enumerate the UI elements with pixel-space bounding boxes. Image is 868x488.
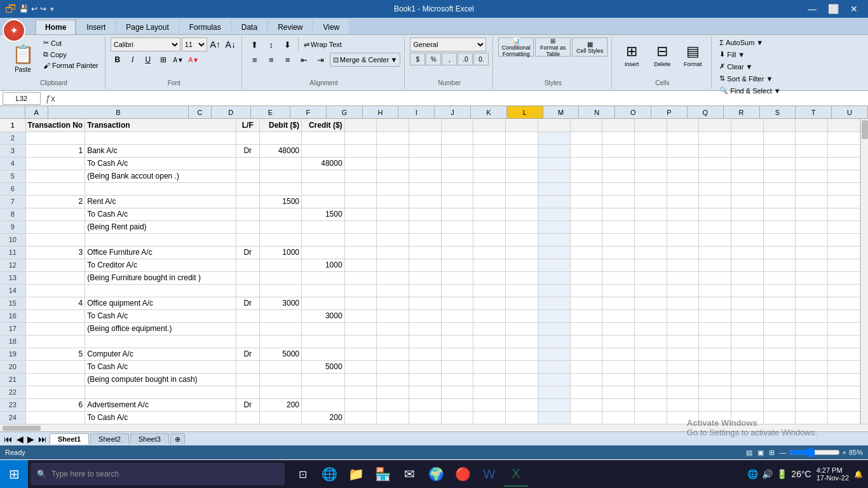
cell-20-I[interactable]: [441, 360, 473, 373]
cell-5-G[interactable]: [377, 170, 409, 182]
cell-14-J[interactable]: [473, 284, 506, 297]
cell-4-R[interactable]: [731, 157, 764, 170]
cell-7-T[interactable]: [796, 195, 828, 208]
cell-5-P[interactable]: [667, 170, 699, 182]
cell-9-B[interactable]: (Being Rent paid): [85, 220, 236, 233]
cell-7-P[interactable]: [667, 195, 699, 208]
cell-4-D[interactable]: [259, 157, 302, 170]
cell-17-J[interactable]: [473, 322, 506, 335]
insert-button[interactable]: ⊞ Insert: [617, 37, 646, 73]
cell-16-P[interactable]: [667, 309, 699, 322]
cell-23-T[interactable]: [796, 398, 828, 411]
cell-22-G[interactable]: [377, 386, 409, 398]
cell-19-P[interactable]: [667, 348, 699, 360]
cell-17-O[interactable]: [634, 322, 667, 335]
cell-5-J[interactable]: [473, 170, 506, 182]
cell-8-T[interactable]: [796, 208, 828, 220]
cell-7-O[interactable]: [634, 195, 667, 208]
cell-3-U[interactable]: [828, 144, 860, 157]
cell-14-U[interactable]: [828, 284, 860, 297]
cell-10-N[interactable]: [602, 233, 635, 246]
cell-21-J[interactable]: [473, 373, 506, 386]
office-button[interactable]: ✦: [3, 19, 25, 42]
cell-11-N[interactable]: [602, 246, 635, 259]
cell-8-Q[interactable]: [699, 208, 731, 220]
cell-6-E[interactable]: [302, 182, 345, 195]
col-header-M[interactable]: M: [543, 106, 580, 118]
cell-12-F[interactable]: [344, 259, 377, 271]
cell-23-C[interactable]: Dr: [236, 398, 260, 411]
zoom-in-button[interactable]: +: [843, 449, 846, 456]
cell-8-L[interactable]: [538, 208, 570, 220]
cell-24-U[interactable]: [828, 411, 860, 424]
cell-13-L[interactable]: [538, 271, 570, 284]
copy-button[interactable]: ⧉ Copy: [41, 49, 101, 60]
cell-24-T[interactable]: [796, 411, 828, 424]
cell-22-R[interactable]: [731, 386, 764, 398]
cell-13-M[interactable]: [570, 271, 602, 284]
wrap-text-button[interactable]: ⇌ Wrap Text: [301, 37, 344, 51]
cell-21-C[interactable]: [236, 373, 260, 386]
cell-9-F[interactable]: [344, 220, 377, 233]
cell-7-F[interactable]: [344, 195, 377, 208]
cell-15-H[interactable]: [409, 297, 441, 309]
cell-5-O[interactable]: [634, 170, 667, 182]
row-number[interactable]: 23: [0, 398, 25, 411]
cell-22-M[interactable]: [570, 386, 602, 398]
cell-3-E[interactable]: [302, 144, 345, 157]
fill-color-button[interactable]: A▼: [172, 53, 186, 67]
row-number[interactable]: 8: [0, 208, 25, 220]
cell-14-A[interactable]: [25, 284, 85, 297]
cell-1-U[interactable]: [828, 119, 860, 132]
cell-1-A[interactable]: Transaction No: [25, 119, 85, 132]
cell-4-F[interactable]: [344, 157, 377, 170]
cell-9-G[interactable]: [377, 220, 409, 233]
cell-20-N[interactable]: [602, 360, 635, 373]
col-header-J[interactable]: J: [435, 106, 471, 118]
cell-23-I[interactable]: [441, 398, 473, 411]
cell-18-O[interactable]: [634, 335, 667, 348]
cell-16-E[interactable]: 3000: [302, 309, 345, 322]
cell-23-F[interactable]: [344, 398, 377, 411]
cell-7-S[interactable]: [763, 195, 796, 208]
cell-23-H[interactable]: [409, 398, 441, 411]
cell-14-C[interactable]: [236, 284, 260, 297]
cell-4-C[interactable]: [236, 157, 260, 170]
cell-19-E[interactable]: [302, 348, 345, 360]
close-button[interactable]: ✕: [845, 3, 863, 15]
sheet-nav-first[interactable]: ⏮: [3, 433, 14, 445]
border-button[interactable]: ⊞: [156, 53, 170, 67]
cell-13-C[interactable]: [236, 271, 260, 284]
cell-3-H[interactable]: [409, 144, 441, 157]
cell-23-J[interactable]: [473, 398, 506, 411]
cell-9-N[interactable]: [602, 220, 635, 233]
cell-4-G[interactable]: [377, 157, 409, 170]
row-number[interactable]: 3: [0, 144, 25, 157]
cell-1-J[interactable]: [473, 119, 506, 132]
cell-7-K[interactable]: [506, 195, 538, 208]
cell-11-K[interactable]: [506, 246, 538, 259]
cell-7-C[interactable]: [236, 195, 260, 208]
cell-8-B[interactable]: To Cash A/c: [85, 208, 236, 220]
cell-11-O[interactable]: [634, 246, 667, 259]
cell-9-K[interactable]: [506, 220, 538, 233]
cell-19-G[interactable]: [377, 348, 409, 360]
cell-6-S[interactable]: [763, 182, 796, 195]
row-number[interactable]: 19: [0, 348, 25, 360]
cell-22-L[interactable]: [538, 386, 570, 398]
cell-4-I[interactable]: [441, 157, 473, 170]
cell-13-O[interactable]: [634, 271, 667, 284]
col-header-P[interactable]: P: [651, 106, 688, 118]
cell-19-F[interactable]: [344, 348, 377, 360]
cell-14-Q[interactable]: [699, 284, 731, 297]
cell-19-M[interactable]: [570, 348, 602, 360]
cell-12-J[interactable]: [473, 259, 506, 271]
cell-16-O[interactable]: [634, 309, 667, 322]
tab-review[interactable]: Review: [268, 20, 312, 34]
cell-9-S[interactable]: [763, 220, 796, 233]
cell-17-R[interactable]: [731, 322, 764, 335]
cell-6-O[interactable]: [634, 182, 667, 195]
cell-22-A[interactable]: [25, 386, 85, 398]
cell-5-B[interactable]: (Being Bank accout open .): [85, 170, 236, 182]
cell-24-M[interactable]: [570, 411, 602, 424]
